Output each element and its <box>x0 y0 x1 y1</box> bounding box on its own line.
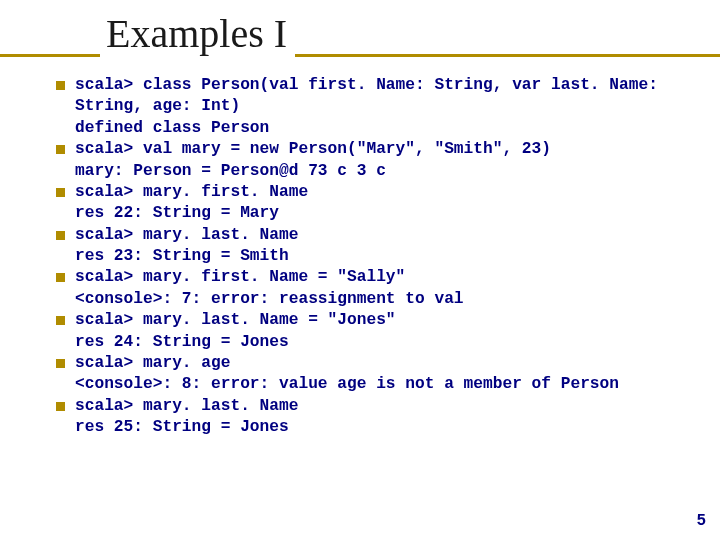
square-bullet-icon <box>56 231 65 240</box>
list-item: scala> mary. last. Name = "Jones" res 24… <box>56 310 700 353</box>
code-line: scala> mary. last. Name = "Jones" res 24… <box>75 310 700 353</box>
square-bullet-icon <box>56 145 65 154</box>
square-bullet-icon <box>56 273 65 282</box>
code-line: scala> mary. last. Name res 25: String =… <box>75 396 700 439</box>
list-item: scala> mary. age <console>: 8: error: va… <box>56 353 700 396</box>
square-bullet-icon <box>56 359 65 368</box>
list-item: scala> mary. last. Name res 23: String =… <box>56 225 700 268</box>
square-bullet-icon <box>56 316 65 325</box>
square-bullet-icon <box>56 188 65 197</box>
square-bullet-icon <box>56 402 65 411</box>
code-line: scala> mary. first. Name res 22: String … <box>75 182 700 225</box>
list-item: scala> mary. first. Name res 22: String … <box>56 182 700 225</box>
code-line: scala> mary. age <console>: 8: error: va… <box>75 353 700 396</box>
code-line: scala> class Person(val first. Name: Str… <box>75 75 700 139</box>
page-number: 5 <box>696 512 706 530</box>
list-item: scala> val mary = new Person("Mary", "Sm… <box>56 139 700 182</box>
content-list: scala> class Person(val first. Name: Str… <box>56 75 700 438</box>
code-line: scala> val mary = new Person("Mary", "Sm… <box>75 139 700 182</box>
square-bullet-icon <box>56 81 65 90</box>
list-item: scala> mary. first. Name = "Sally" <cons… <box>56 267 700 310</box>
title-area: Examples I <box>0 10 720 57</box>
list-item: scala> class Person(val first. Name: Str… <box>56 75 700 139</box>
code-line: scala> mary. first. Name = "Sally" <cons… <box>75 267 700 310</box>
slide: Examples I scala> class Person(val first… <box>0 0 720 540</box>
code-line: scala> mary. last. Name res 23: String =… <box>75 225 700 268</box>
list-item: scala> mary. last. Name res 25: String =… <box>56 396 700 439</box>
slide-title: Examples I <box>100 10 295 57</box>
